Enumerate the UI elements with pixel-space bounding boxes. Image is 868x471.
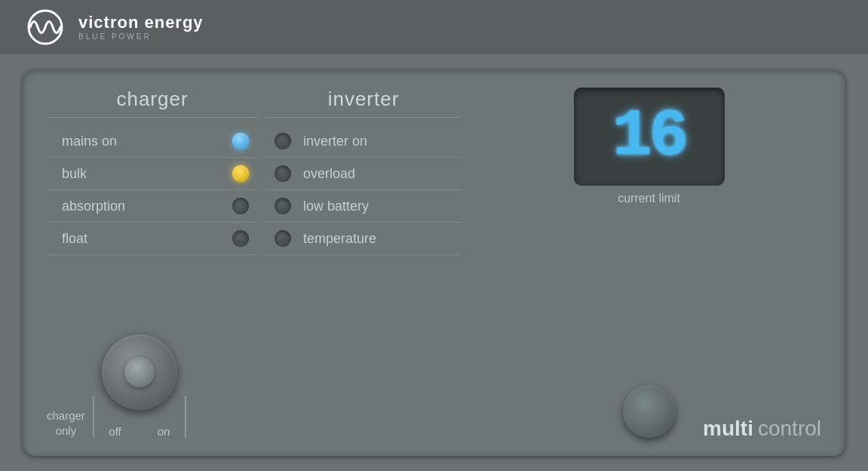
bottom-switch-area: chargeronly off on xyxy=(47,322,258,438)
display-section: 16 current limit multi control xyxy=(462,88,821,438)
knob-area: off on xyxy=(102,334,177,438)
right-switch-line xyxy=(185,396,186,438)
temperature-led xyxy=(275,230,291,247)
absorption-row: absorption xyxy=(47,190,258,223)
charger-section: charger mains on bulk absorption float c… xyxy=(47,88,258,438)
low-battery-row: low battery xyxy=(265,190,462,223)
float-row: float xyxy=(47,223,258,255)
charger-divider xyxy=(47,117,258,118)
inverter-title: inverter xyxy=(265,88,462,111)
temperature-row: temperature xyxy=(265,223,462,255)
current-limit-knob[interactable] xyxy=(623,385,676,438)
digital-display: 16 xyxy=(574,88,725,186)
absorption-led xyxy=(232,198,249,214)
bulk-led xyxy=(232,165,249,182)
current-limit-label: current limit xyxy=(618,192,680,205)
left-switch-line xyxy=(93,396,94,438)
current-limit-value: 16 xyxy=(612,103,686,170)
absorption-label: absorption xyxy=(62,199,125,214)
off-label: off xyxy=(109,425,121,438)
bulk-label: bulk xyxy=(62,166,87,182)
overload-label: overload xyxy=(303,166,355,182)
mains-on-row: mains on xyxy=(47,125,258,158)
logo-area: victron energy BLUE POWER xyxy=(23,8,204,46)
victron-logo-icon xyxy=(23,8,68,46)
on-label: on xyxy=(158,425,170,438)
footer-control: control xyxy=(758,417,821,441)
display-group: 16 current limit xyxy=(574,88,725,205)
low-battery-led xyxy=(275,198,291,214)
mains-on-led xyxy=(232,133,249,149)
knob-inner xyxy=(124,357,155,387)
temperature-label: temperature xyxy=(303,231,376,247)
float-led xyxy=(232,230,249,247)
float-label: float xyxy=(62,231,87,247)
footer-multi: multi xyxy=(703,417,753,441)
brand-name: victron energy xyxy=(78,14,204,32)
off-on-labels: off on xyxy=(109,425,170,438)
header: victron energy BLUE POWER xyxy=(0,0,868,54)
inverter-divider xyxy=(265,117,462,118)
overload-led xyxy=(275,165,291,182)
inverter-on-row: inverter on xyxy=(265,125,462,158)
low-battery-label: low battery xyxy=(303,199,369,214)
inverter-section: inverter inverter on overload low batter… xyxy=(265,88,462,438)
brand-footer: multi control xyxy=(703,417,821,441)
overload-row: overload xyxy=(265,158,462,190)
mains-on-label: mains on xyxy=(62,134,117,149)
brand-tagline: BLUE POWER xyxy=(78,32,204,41)
mode-rotary-knob[interactable] xyxy=(102,334,177,410)
inverter-on-label: inverter on xyxy=(303,134,367,149)
inverter-on-led xyxy=(275,133,291,149)
charger-title: charger xyxy=(47,88,258,111)
charger-only-label: chargeronly xyxy=(47,408,85,438)
brand-text: victron energy BLUE POWER xyxy=(78,14,204,40)
bulk-row: bulk xyxy=(47,158,258,190)
main-panel: charger mains on bulk absorption float c… xyxy=(23,69,845,456)
